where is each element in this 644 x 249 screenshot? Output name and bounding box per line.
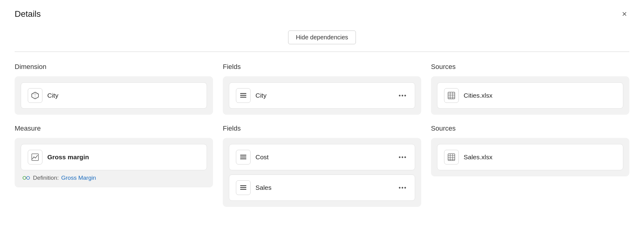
measure-section: Measure Gross margin bbox=[15, 125, 629, 207]
sales-source-icon bbox=[444, 150, 459, 164]
svg-point-10 bbox=[23, 176, 26, 179]
content-area: Dimension bbox=[0, 52, 644, 228]
close-button[interactable]: × bbox=[620, 9, 629, 20]
measure-sources-header: Sources bbox=[431, 125, 629, 132]
measure-sources-body: Sales.xlsx bbox=[431, 138, 629, 176]
dimension-city-card: City bbox=[21, 82, 207, 109]
dimension-section: Dimension bbox=[15, 63, 629, 115]
city-field-label: City bbox=[255, 92, 393, 99]
svg-rect-9 bbox=[32, 154, 38, 161]
svg-rect-13 bbox=[240, 157, 246, 157]
cost-field-label: Cost bbox=[255, 153, 393, 161]
svg-rect-15 bbox=[240, 185, 246, 186]
dimension-column: Dimension bbox=[15, 63, 213, 115]
dimension-fields-column: Fields City bbox=[223, 63, 421, 115]
measure-header: Measure bbox=[15, 125, 213, 132]
svg-rect-17 bbox=[240, 189, 246, 190]
gross-margin-label: Gross margin bbox=[47, 153, 89, 161]
city-field-card: City ••• bbox=[229, 82, 415, 109]
svg-rect-16 bbox=[240, 187, 246, 188]
cities-source-icon bbox=[444, 88, 459, 103]
sales-source-label: Sales.xlsx bbox=[464, 153, 493, 161]
svg-rect-0 bbox=[240, 93, 246, 94]
dimension-body: City bbox=[15, 76, 213, 115]
measure-grid: Measure Gross margin bbox=[15, 125, 629, 207]
cities-source-card: Cities.xlsx bbox=[437, 82, 623, 109]
measure-sources-column: Sources bbox=[431, 125, 629, 176]
cost-field-card: Cost ••• bbox=[229, 144, 415, 170]
svg-rect-18 bbox=[448, 154, 455, 161]
city-dimension-label: City bbox=[47, 92, 58, 99]
measure-body: Gross margin Definition: Gross Margin bbox=[15, 138, 213, 187]
definition-icon bbox=[22, 175, 31, 181]
hide-deps-row: Hide dependencies bbox=[0, 26, 644, 52]
sales-field-icon bbox=[236, 180, 251, 195]
dimension-grid: Dimension bbox=[15, 63, 629, 115]
svg-rect-14 bbox=[240, 158, 246, 159]
dimension-header: Dimension bbox=[15, 63, 213, 71]
svg-rect-2 bbox=[240, 97, 246, 98]
dimension-sources-column: Sources bbox=[431, 63, 629, 115]
definition-link[interactable]: Gross Margin bbox=[61, 175, 96, 181]
cities-source-label: Cities.xlsx bbox=[464, 92, 493, 99]
city-field-more-button[interactable]: ••• bbox=[397, 92, 408, 100]
cost-field-icon bbox=[236, 150, 251, 164]
sales-field-card: Sales ••• bbox=[229, 175, 415, 201]
sales-field-more-button[interactable]: ••• bbox=[397, 184, 408, 192]
sales-field-label: Sales bbox=[255, 184, 393, 191]
cost-field-more-button[interactable]: ••• bbox=[397, 153, 408, 161]
gross-margin-card: Gross margin bbox=[21, 144, 207, 170]
measure-column: Measure Gross margin bbox=[15, 125, 213, 187]
dimension-sources-header: Sources bbox=[431, 63, 629, 71]
measure-fields-header: Fields bbox=[223, 125, 421, 132]
measure-fields-column: Fields Cost ••• bbox=[223, 125, 421, 207]
svg-rect-12 bbox=[240, 155, 246, 156]
dimension-fields-header: Fields bbox=[223, 63, 421, 71]
definition-row: Definition: Gross Margin bbox=[21, 175, 207, 181]
dialog-title: Details bbox=[15, 9, 41, 19]
svg-rect-1 bbox=[240, 95, 246, 96]
definition-prefix: Definition: bbox=[33, 175, 59, 181]
details-dialog: Details × Hide dependencies Dimension bbox=[0, 0, 644, 249]
svg-rect-3 bbox=[448, 92, 455, 99]
dimension-sources-body: Cities.xlsx bbox=[431, 76, 629, 115]
measure-fields-body: Cost ••• Sales bbox=[223, 138, 421, 207]
hide-dependencies-button[interactable]: Hide dependencies bbox=[288, 31, 356, 44]
gross-margin-icon bbox=[28, 150, 42, 164]
sales-source-card: Sales.xlsx bbox=[437, 144, 623, 170]
dimension-fields-body: City ••• bbox=[223, 76, 421, 115]
svg-point-11 bbox=[27, 176, 30, 179]
city-field-icon bbox=[236, 88, 251, 103]
dialog-header: Details × bbox=[0, 0, 644, 26]
city-dimension-icon bbox=[28, 88, 42, 103]
